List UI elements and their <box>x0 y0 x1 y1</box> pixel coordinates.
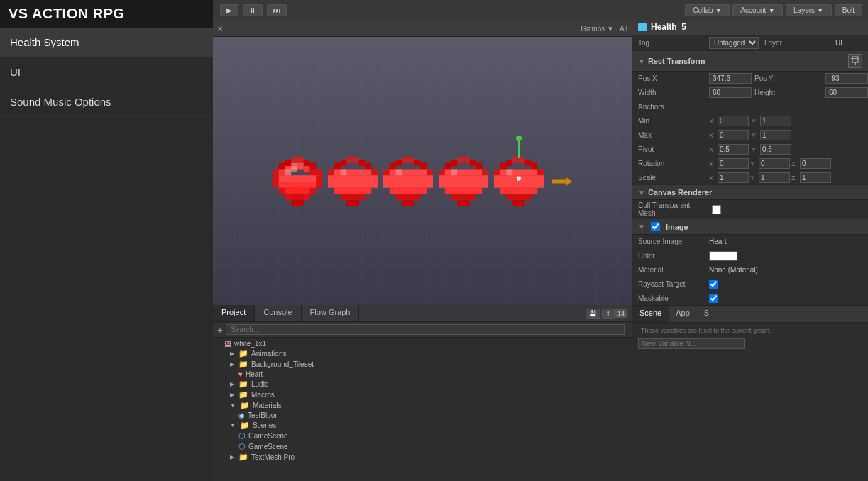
collab-button[interactable]: Collab ▼ <box>685 4 730 16</box>
fb-note: These variables are local to the current… <box>638 326 862 336</box>
image-section: ▼ Image <box>632 219 868 235</box>
hearts-container <box>273 157 572 206</box>
project-item-gamescene1[interactable]: ⬡ GameScene <box>213 431 632 441</box>
project-item-textmesh[interactable]: ▶ 📁 TextMesh Pro <box>213 452 632 463</box>
bolt-button[interactable]: Bolt <box>835 4 862 16</box>
project-item-testbloom[interactable]: ◉ TestBloom <box>213 411 632 420</box>
layer-value: UI <box>835 39 862 47</box>
color-picker[interactable] <box>709 251 737 261</box>
ludiq-label: Ludiq <box>251 380 268 388</box>
svg-rect-70 <box>457 200 470 206</box>
folder-icon-3: 📁 <box>238 380 248 389</box>
s-fb-tab[interactable]: S <box>697 306 716 322</box>
project-add-icon[interactable]: + <box>217 324 223 336</box>
source-image-row: Source Image Heart <box>632 235 868 249</box>
pause-button[interactable]: ⏸ <box>243 4 263 16</box>
material-label: Material <box>638 266 709 274</box>
project-item-heart[interactable]: ♥ Heart <box>213 370 632 379</box>
height-field[interactable] <box>825 87 868 98</box>
raycast-checkbox[interactable] <box>709 280 718 289</box>
miny-field[interactable] <box>760 116 791 126</box>
gizmos-label[interactable]: Gizmos ▼ <box>581 25 614 33</box>
image-enabled-checkbox[interactable] <box>651 222 660 231</box>
project-item-macros[interactable]: ▶ 📁 Macros <box>213 389 632 400</box>
svg-rect-15 <box>273 175 279 182</box>
svg-rect-24 <box>285 194 292 201</box>
svg-rect-68 <box>445 188 483 194</box>
cull-checkbox[interactable] <box>712 205 721 214</box>
active-checkbox[interactable] <box>638 23 647 31</box>
layers-button[interactable]: Layers ▼ <box>786 4 832 16</box>
svg-rect-63 <box>476 163 483 170</box>
svg-rect-1 <box>279 163 285 170</box>
tag-select[interactable]: Untagged <box>709 37 759 49</box>
source-image-label: Source Image <box>638 238 709 245</box>
folder-icon-6: 📁 <box>240 421 250 430</box>
rotz-field[interactable] <box>800 158 831 169</box>
rotx-field[interactable] <box>718 158 749 169</box>
white-label: white_1x1 <box>234 340 266 348</box>
project-item-white[interactable]: 🖼 white_1x1 <box>213 339 632 348</box>
svg-rect-80 <box>537 170 544 176</box>
svg-rect-73 <box>507 160 513 166</box>
account-button[interactable]: Account ▼ <box>732 4 783 16</box>
project-item-materials[interactable]: ▼ 📁 Materials <box>213 400 632 411</box>
project-search-input[interactable] <box>226 324 625 335</box>
project-item-ludiq[interactable]: ▶ 📁 Ludiq <box>213 379 632 389</box>
project-item-gamescene2[interactable]: ⬡ GameScene <box>213 441 632 452</box>
svg-rect-40 <box>334 188 372 194</box>
scalex-label: X <box>709 175 718 182</box>
maxx-field[interactable] <box>718 130 749 140</box>
scalez-field[interactable] <box>800 172 831 183</box>
sidebar-item-ui[interactable]: UI <box>0 57 213 87</box>
maskable-checkbox[interactable] <box>709 294 718 303</box>
play-button[interactable]: ▶ <box>220 4 238 16</box>
pivotx-field[interactable] <box>718 144 749 155</box>
scale-label: Scale <box>638 174 709 182</box>
app-fb-tab[interactable]: App <box>669 306 697 322</box>
svg-rect-41 <box>341 194 366 201</box>
scaley-field[interactable] <box>759 172 790 183</box>
scale-row: Scale X Y Z <box>632 171 868 185</box>
project-item-nofriction[interactable]: ◈ NoFriction <box>213 463 632 464</box>
canvas-renderer-section: ▼ Canvas Renderer <box>632 185 868 200</box>
scalex-field[interactable] <box>718 172 749 183</box>
flowgraph-tab[interactable]: Flow Graph <box>302 305 360 321</box>
scene-fb-tab[interactable]: Scene <box>632 306 669 322</box>
sidebar-item-sound[interactable]: Sound Music Options <box>0 87 213 117</box>
roty-field[interactable] <box>759 158 790 169</box>
upload-btn[interactable]: ⬆ <box>602 309 615 319</box>
svg-rect-65 <box>445 170 483 176</box>
canvas-renderer-label: Canvas Renderer <box>648 188 713 197</box>
svg-rect-34 <box>359 160 366 166</box>
fb-new-variable-input[interactable] <box>638 338 745 349</box>
scene-close-icon[interactable]: ✕ <box>217 25 223 33</box>
project-item-scenes[interactable]: ▼ 📁 Scenes <box>213 420 632 431</box>
bgtileset-label: Background_Tileset <box>251 360 314 368</box>
width-field[interactable] <box>709 87 752 98</box>
project-item-bg-tileset[interactable]: ▶ 📁 Background_Tileset <box>213 359 632 370</box>
maxy-field[interactable] <box>760 130 791 140</box>
project-item-animations[interactable]: ▶ 📁 Animations <box>213 348 632 359</box>
posx-field[interactable] <box>709 73 752 84</box>
svg-rect-78 <box>494 170 500 176</box>
scalez-label: Z <box>791 175 800 182</box>
svg-rect-26 <box>304 194 310 201</box>
svg-rect-75 <box>519 157 525 163</box>
anim-arrow-icon: ▶ <box>230 350 234 357</box>
svg-rect-58 <box>445 163 451 170</box>
rect-transform-section: ▼ Rect Transform <box>632 51 868 72</box>
anchor-icon[interactable] <box>848 54 862 68</box>
pivoty-field[interactable] <box>760 144 791 155</box>
step-button[interactable]: ⏭ <box>267 4 287 16</box>
min-row: Min X Y <box>632 114 868 128</box>
posy-field[interactable] <box>825 73 868 84</box>
save-btn[interactable]: 💾 <box>586 309 600 319</box>
svg-rect-11 <box>297 163 304 170</box>
console-tab[interactable]: Console <box>255 305 301 321</box>
svg-rect-54 <box>390 188 427 194</box>
scaley-label: Y <box>750 175 759 182</box>
project-tab[interactable]: Project <box>213 305 255 321</box>
sidebar-item-health-system[interactable]: Health System <box>0 28 213 57</box>
minx-field[interactable] <box>718 116 749 126</box>
